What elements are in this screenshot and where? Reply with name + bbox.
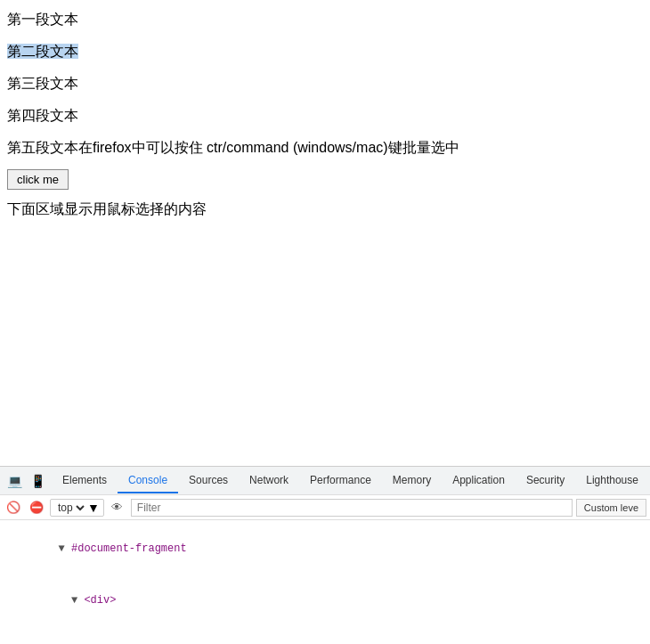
paragraph-3: 第三段文本: [7, 73, 643, 94]
tree-document-fragment: ▼ #document-fragment: [7, 524, 643, 575]
block-icon[interactable]: ⛔: [27, 498, 46, 518]
select-arrow-icon: ▼: [87, 501, 100, 515]
tab-elements[interactable]: Elements: [52, 469, 118, 493]
tab-application[interactable]: Application: [442, 469, 516, 493]
tree-p1: <p>第一段文本</p>: [7, 626, 643, 644]
paragraph-5: 第五段文本在firefox中可以按住 ctr/command (windows/…: [7, 137, 643, 159]
tab-network[interactable]: Network: [239, 469, 299, 493]
console-output: ▼ #document-fragment ▼ <div> <p>第一段文本</p…: [0, 520, 650, 644]
devtools-panel: 💻 📱 Elements Console Sources Network Per…: [0, 466, 650, 644]
context-select-wrap: top ▼: [50, 499, 104, 517]
tab-memory[interactable]: Memory: [382, 469, 442, 493]
tab-security[interactable]: Security: [516, 469, 575, 493]
paragraph-1: 第一段文本: [7, 9, 643, 30]
console-toolbar: 🚫 ⛔ top ▼ 👁 Custom leve: [0, 495, 650, 520]
devtools-icon-group: 💻 📱: [4, 470, 48, 492]
filter-input[interactable]: [131, 499, 573, 517]
collapse-arrow-doc[interactable]: ▼: [59, 542, 71, 555]
inspector-icon[interactable]: 💻: [4, 470, 25, 492]
custom-level-button[interactable]: Custom leve: [576, 499, 646, 517]
clear-console-icon[interactable]: 🚫: [4, 498, 23, 518]
tab-performance[interactable]: Performance: [299, 469, 382, 493]
tree-div-open: ▼ <div>: [7, 575, 643, 627]
collapse-arrow-div[interactable]: ▼: [71, 594, 84, 607]
eye-icon[interactable]: 👁: [108, 498, 127, 518]
paragraph-4: 第四段文本: [7, 105, 643, 126]
tab-sources[interactable]: Sources: [178, 469, 239, 493]
console-output-wrap: ▼ #document-fragment ▼ <div> <p>第一段文本</p…: [0, 520, 650, 644]
device-icon[interactable]: 📱: [27, 470, 48, 492]
info-text: 下面区域显示用鼠标选择的内容: [7, 200, 643, 219]
devtools-tab-bar: 💻 📱 Elements Console Sources Network Per…: [0, 467, 650, 495]
paragraph-2: 第二段文本: [7, 41, 643, 62]
click-me-button[interactable]: click me: [7, 169, 69, 190]
context-select[interactable]: top: [54, 501, 87, 515]
tab-console[interactable]: Console: [118, 469, 178, 493]
main-content: 第一段文本 第二段文本 第三段文本 第四段文本 第五段文本在firefox中可以…: [0, 0, 650, 466]
paragraph-2-highlighted: 第二段文本: [7, 44, 78, 59]
tab-lighthouse[interactable]: Lighthouse: [575, 469, 649, 493]
